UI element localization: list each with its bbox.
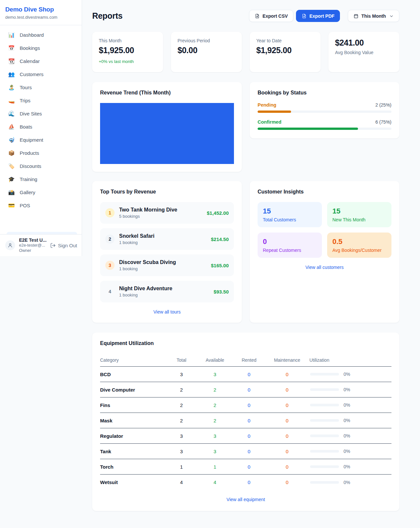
col-header-rented: Rented [233,357,265,363]
tour-row: 3 Discover Scuba Diving 1 booking $165.0… [100,254,234,276]
sidebar-item-icon: 💳 [8,202,15,209]
tour-list: 1 Two Tank Morning Dive 5 bookings $1,45… [100,202,234,302]
sign-out-button[interactable]: Sign Out [50,243,77,248]
equipment-rented: 0 [233,449,265,454]
tour-rank-badge: 4 [105,287,115,296]
col-header-category: Category [100,357,166,363]
sidebar-item-label: Customers [20,71,44,77]
sidebar-item[interactable]: 👥 Customers [4,68,78,81]
equipment-maintenance: 0 [265,418,309,423]
sidebar-item-icon: 🏷️ [8,163,15,169]
user-icon [7,242,13,248]
export-csv-button[interactable]: Export CSV [249,10,293,22]
equipment-total: 3 [166,372,197,377]
sidebar-header: Demo Dive Shop demo.test.divestreams.com [0,0,82,25]
sidebar-item-icon: 🚤 [8,97,15,104]
tour-name: Discover Scuba Diving [119,259,206,265]
utilization-bar-track [310,435,339,437]
revenue-trend-chart [100,103,234,164]
page-title: Reports [92,11,249,21]
equipment-table: Category Total Available Rented Maintena… [100,354,391,490]
equipment-row: Tank 3 3 0 0 0% [100,444,391,459]
sign-out-icon [50,243,56,248]
utilization-bar-track [310,404,339,406]
view-all-equipment-link[interactable]: View all equipment [226,497,265,502]
equipment-available: 2 [197,402,233,408]
sidebar-item[interactable]: 🌊 Dive Sites [4,107,78,120]
utilization-percent: 0% [344,449,350,454]
shop-name: Demo Dive Shop [5,6,76,13]
equipment-category: Wetsuit [100,479,166,485]
sidebar-item-label: Calendar [20,58,40,64]
stats-row: This Month $1,925.00 +0% vs last month P… [92,32,399,72]
tour-rank-badge: 3 [105,261,115,270]
view-all-customers-link[interactable]: View all customers [305,265,344,270]
equipment-total: 2 [166,387,197,393]
tour-row: 1 Two Tank Morning Dive 5 bookings $1,45… [100,202,234,224]
col-header-available: Available [197,357,233,363]
sidebar-item-reports-partial[interactable] [7,232,77,234]
sign-out-label: Sign Out [58,243,77,248]
sidebar-item[interactable]: 🚤 Trips [4,94,78,107]
sidebar-item-icon: 📦 [8,150,15,156]
sidebar-item[interactable]: 📅 Bookings [4,42,78,54]
sidebar-item-icon: 📆 [8,58,15,64]
tour-rank-badge: 2 [105,234,115,244]
stat-value: $1,925.00 [256,46,314,55]
export-pdf-button[interactable]: Export PDF [296,10,340,22]
equipment-utilization-title: Equipment Utilization [100,340,391,346]
sidebar-item[interactable]: 🎓 Training [4,173,78,186]
equipment-total: 4 [166,479,197,485]
utilization-bar-track [310,419,339,422]
equipment-category: Tank [100,449,166,454]
sidebar-item[interactable]: 📦 Products [4,147,78,159]
sidebar-item-icon: 🤿 [8,137,15,143]
customer-insights-card: Customer Insights 15 Total Customers 15 … [250,181,399,323]
equipment-category: Mask [100,418,166,423]
user-email: e2e-tester@... [19,243,46,248]
equipment-rented: 0 [233,402,265,408]
sidebar-item[interactable]: 🏝️ Tours [4,81,78,94]
revenue-trend-card: Revenue Trend (This Month) [92,82,242,172]
utilization-percent: 0% [344,372,350,377]
sidebar-item[interactable]: 📸 Gallery [4,186,78,199]
stat-label: Year to Date [256,38,314,43]
status-row: Pending 2 (25%) [258,102,391,113]
utilization-percent: 0% [344,464,350,469]
file-download-icon [255,13,260,19]
status-bar-track [258,128,391,130]
period-dropdown[interactable]: This Month [348,10,399,22]
sidebar-item[interactable]: 💳 POS [4,199,78,212]
sidebar-item[interactable]: 🤿 Equipment [4,133,78,146]
tour-bookings: 1 booking [119,240,206,245]
equipment-maintenance: 0 [265,479,309,485]
equipment-row: Regulator 3 3 0 0 0% [100,428,391,444]
equipment-total: 2 [166,418,197,423]
user-role: Owner [19,248,46,254]
top-tours-title: Top Tours by Revenue [100,189,234,195]
equipment-rented: 0 [233,433,265,439]
main-content: Reports Export CSV Export PDF [82,0,420,524]
sidebar-item-label: Dashboard [20,32,44,38]
view-all-tours-link[interactable]: View all tours [153,309,180,315]
equipment-rented: 0 [233,387,265,393]
insight-tile: 0 Repeat Customers [258,233,322,258]
equipment-maintenance: 0 [265,433,309,439]
utilization-percent: 0% [344,418,350,423]
status-bar-fill [258,128,358,130]
equipment-utilization-card: Equipment Utilization Category Total Ava… [92,333,399,511]
equipment-available: 2 [197,418,233,423]
equipment-row: Mask 2 2 0 0 0% [100,413,391,428]
tour-rank-badge: 1 [105,208,115,217]
sidebar-item[interactable]: 🏷️ Discounts [4,160,78,173]
chevron-down-icon [389,14,394,18]
sidebar-item[interactable]: 📆 Calendar [4,55,78,68]
insight-tile: 15 Total Customers [258,202,322,227]
equipment-total: 2 [166,402,197,408]
equipment-available: 2 [197,387,233,393]
sidebar-item-label: Tours [20,85,32,90]
sidebar-item-label: Dive Sites [20,111,42,116]
sidebar-item[interactable]: ⛵ Boats [4,120,78,133]
sidebar-item[interactable]: 📊 Dashboard [4,29,78,41]
export-csv-label: Export CSV [262,13,288,19]
